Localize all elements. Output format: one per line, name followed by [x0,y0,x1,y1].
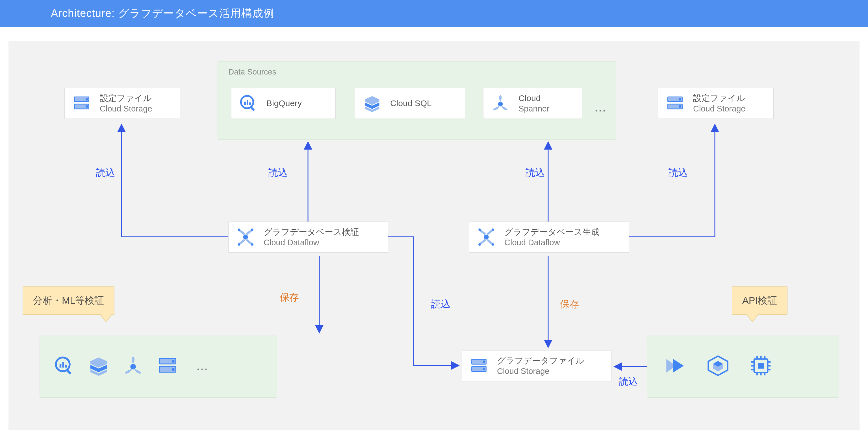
card-title: グラフデータベース検証 [264,227,359,237]
svg-rect-45 [172,368,174,371]
icon-row-api [663,354,773,377]
dataflow-icon [475,226,497,248]
cloudsql-icon [87,354,110,377]
storage-icon [71,93,92,114]
spanner-icon [490,93,511,114]
svg-point-27 [492,243,494,246]
svg-rect-36 [62,362,64,368]
ellipsis-icon: … [190,354,214,377]
svg-rect-9 [249,102,251,105]
card-dataflow-generate: グラフデータベース生成 Cloud Dataflow [469,222,629,252]
endpoints-icon [663,354,687,377]
ellipsis-text: … [196,359,208,373]
page-title: Architecture: グラフデータベース活用構成例 [51,7,274,19]
bigquery-icon [53,354,76,377]
svg-rect-42 [172,360,174,363]
svg-rect-35 [60,364,62,368]
edge-label-read: 読込 [96,166,115,179]
card-config-right: 設定ファイル Cloud Storage [658,88,774,119]
svg-rect-5 [86,105,88,108]
edge-label-read: 読込 [669,166,688,179]
svg-rect-8 [247,100,248,105]
ellipsis-top: … [594,100,608,114]
svg-point-18 [243,235,248,240]
edge-label-read: 読込 [619,375,638,388]
edge-label-save: 保存 [560,298,579,311]
compute-icon [749,354,773,377]
card-title: Cloud [519,93,550,104]
card-dataflow-verify: グラフデータベース検証 Cloud Dataflow [228,222,388,252]
storage-icon [468,355,490,376]
card-config-left: 設定ファイル Cloud Storage [64,88,180,119]
card-subtitle: Cloud Storage [497,366,584,376]
svg-rect-2 [86,98,88,101]
svg-point-23 [484,235,489,240]
edge-label-save: 保存 [280,291,299,304]
svg-rect-14 [679,98,681,101]
card-bigquery: BigQuery [231,88,336,119]
card-title: 設定ファイル [100,93,152,104]
svg-point-22 [251,243,253,246]
card-title: グラフデータファイル [497,355,584,366]
svg-point-11 [498,102,503,106]
card-title: Cloud SQL [390,98,432,109]
svg-point-26 [478,243,481,246]
callout-text: API検証 [742,295,777,306]
svg-rect-33 [483,368,485,370]
card-subtitle: Cloud Dataflow [504,237,599,247]
edge-label-read: 読込 [431,298,451,311]
storage-icon [664,93,686,114]
edge-label-read: 読込 [269,166,288,179]
dataflow-icon [235,226,256,248]
card-title: グラフデータベース生成 [504,227,599,237]
cloudsql-icon [361,93,383,114]
gke-icon [706,354,730,377]
bigquery-icon [238,93,259,114]
group-data-sources-title: Data Sources [228,67,276,76]
card-subtitle: Cloud Storage [693,104,745,114]
storage-icon [156,354,179,377]
callout-text: 分析・ML等検証 [33,295,104,306]
svg-point-39 [130,364,136,370]
svg-point-25 [492,228,494,231]
icon-row-analysis: … [53,354,214,377]
svg-point-24 [478,228,481,231]
svg-rect-17 [679,105,681,108]
svg-point-20 [251,228,253,231]
diagram-canvas: Data Sources 設定ファイル Cloud Storage [8,41,860,430]
card-cloudsql: Cloud SQL [355,88,465,119]
svg-rect-7 [244,102,246,105]
card-subtitle: Spanner [519,104,550,114]
svg-point-19 [238,228,240,231]
edge-label-read: 読込 [526,166,545,179]
card-title: BigQuery [267,98,302,109]
svg-rect-30 [483,361,485,363]
svg-point-21 [238,243,240,246]
card-subtitle: Cloud Dataflow [264,237,359,247]
card-spanner: Cloud Spanner [483,88,582,119]
svg-rect-37 [65,365,67,368]
header: Architecture: グラフデータベース活用構成例 [0,0,868,27]
callout-api: API検証 [732,287,787,315]
card-subtitle: Cloud Storage [100,104,152,114]
spanner-icon [122,354,145,377]
card-graph-storage: グラフデータファイル Cloud Storage [462,350,612,381]
callout-analysis: 分析・ML等検証 [23,287,115,315]
svg-rect-47 [758,363,764,369]
card-title: 設定ファイル [693,93,745,104]
